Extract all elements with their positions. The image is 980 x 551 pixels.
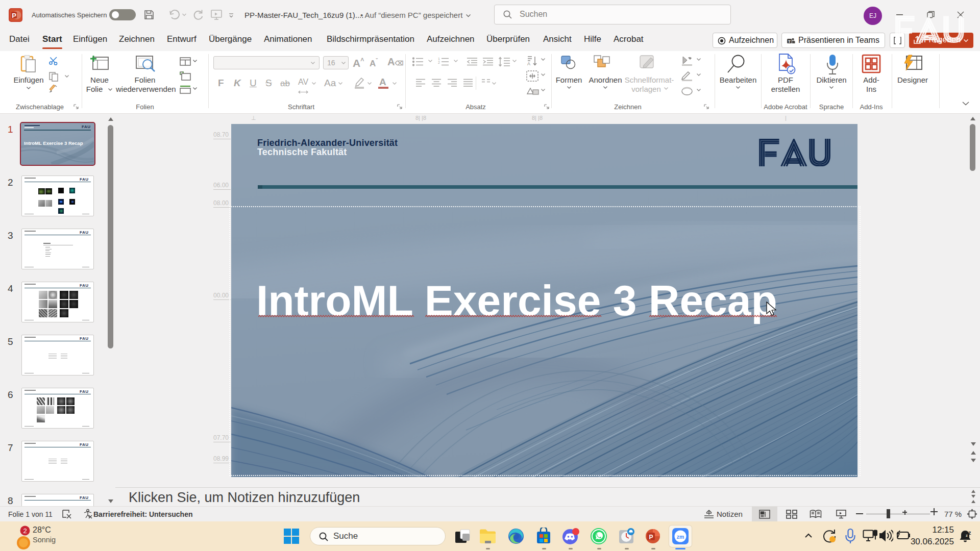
svg-text:z: z xyxy=(968,530,971,536)
svg-text:2: 2 xyxy=(438,61,440,64)
svg-text:P: P xyxy=(649,534,653,541)
svg-text:P: P xyxy=(12,12,16,19)
svg-text:2: 2 xyxy=(23,527,27,535)
svg-text:T: T xyxy=(788,39,791,44)
svg-text:zm: zm xyxy=(677,534,684,540)
svg-text:z: z xyxy=(966,533,968,538)
svg-text:A: A xyxy=(527,61,530,66)
